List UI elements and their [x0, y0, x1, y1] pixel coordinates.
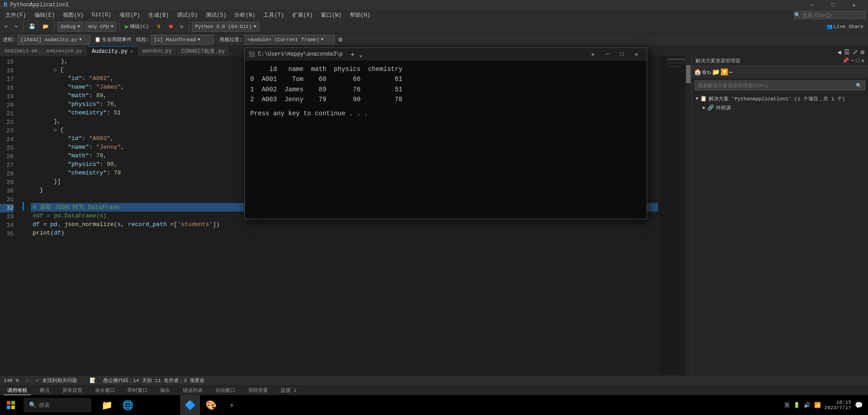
debug-tab-callstack[interactable]: 调用堆栈 [4, 386, 31, 395]
debug-tab-output[interactable]: 输出 [157, 386, 174, 395]
tab-expand-icon[interactable]: ⤢ [853, 48, 858, 56]
close-button[interactable]: ✕ [844, 0, 864, 10]
debug-tab-errors[interactable]: 错误列表 [179, 386, 206, 395]
tab-menu-icon[interactable]: ☰ [844, 48, 850, 56]
tab-connect[interactable]: CONNECT检查.py [177, 46, 230, 56]
right-panel-minimize-icon[interactable]: — [851, 57, 854, 64]
browser-icon: 🌐 [122, 400, 134, 411]
taskbar-app-devtools[interactable]: 🎨 [201, 395, 221, 415]
external-label: 外部源 [716, 104, 731, 111]
terminal-header-row: id name math physics chemistry [250, 64, 641, 74]
restart-button[interactable]: ↻ [178, 23, 186, 30]
redo-button[interactable]: ↪ [12, 23, 21, 30]
solution-refresh-icon[interactable]: ↻ [707, 68, 711, 76]
taskbar-app-terminal[interactable]: ⚡ [222, 395, 242, 415]
run-button[interactable]: ▶ 继续(C) [122, 22, 151, 31]
debug-tab-breakpoints[interactable]: 断点 [36, 386, 53, 395]
menu-tools[interactable]: 工具(T) [260, 10, 288, 20]
toolbar-right: 👥 Live Share [824, 23, 866, 30]
search-input[interactable] [801, 12, 855, 18]
lifecycle-event-button[interactable]: 📋 生命周期事件 [92, 35, 134, 44]
debug-tab-exceptions[interactable]: 异常设置 [59, 386, 86, 395]
no-issues-label: ✓ 未找到相关问题 [36, 377, 77, 384]
solution-filter-icon[interactable]: 🔽 [720, 68, 728, 76]
python-version-dropdown[interactable]: Python 3.9 (64-bit) ▼ [192, 22, 259, 32]
pause-button[interactable]: ⏸ [153, 23, 164, 30]
tree-solution-root[interactable]: ▼ 📋 解决方案 'PythonApplication1' (1 个项目，共 1… [692, 94, 868, 103]
tab-scroll-left-icon[interactable]: ◀ [837, 48, 841, 56]
location-refresh-icon[interactable]: ⚙ [339, 36, 342, 43]
debug-tab-command[interactable]: 命令窗口 [91, 386, 119, 395]
debug-tab-auto[interactable]: 自动窗口 [212, 386, 239, 395]
process-dropdown[interactable]: [15932] Audacity.py ▼ [18, 35, 90, 45]
tab-file-0[interactable]: 00020813-00...046x0x1x9.py [0, 46, 87, 56]
menu-project[interactable]: 项目(P) [116, 10, 144, 20]
solution-more-icon[interactable]: ⋯ [729, 68, 733, 76]
title-bar-left: R PythonApplication1 [4, 1, 69, 9]
solution-home-icon[interactable]: 🏠 [694, 68, 701, 76]
solution-folder-icon[interactable]: 📁 [712, 68, 720, 76]
debug-tab-immediate[interactable]: 即时窗口 [124, 386, 151, 395]
scrollbar-thumb[interactable] [686, 65, 691, 83]
menu-analyze[interactable]: 分析(N) [231, 10, 259, 20]
menu-extend[interactable]: 扩展(X) [289, 10, 317, 20]
menu-build[interactable]: 生成(B) [145, 10, 173, 20]
tab-bar-right: ◀ ☰ ⤢ ⚙ [834, 48, 868, 56]
editor-scrollbar[interactable] [685, 56, 692, 375]
terminal-new-tab-icon[interactable]: ＋ [349, 50, 356, 59]
cpu-dropdown[interactable]: Any CPU ▼ [85, 22, 117, 32]
location-dropdown[interactable]: <module> (Current frame) ▼ [244, 35, 335, 45]
menu-help[interactable]: 帮助(H) [346, 10, 374, 20]
right-panel-close-icon[interactable]: ✕ [861, 57, 864, 64]
solution-settings-icon[interactable]: ⚙ [702, 68, 706, 76]
terminal-controls: ✕ — □ ✕ [586, 50, 643, 59]
maximize-button[interactable]: □ [823, 0, 844, 10]
pin-icon[interactable]: 📌 [842, 57, 849, 64]
menu-test[interactable]: 测试(S) [202, 10, 230, 20]
tab-settings-icon[interactable]: ⚙ [861, 48, 864, 56]
terminal-close-icon[interactable]: ✕ [586, 50, 600, 59]
git-info: 愚公搬代码，14 天前 11 名作者，3 项更改 [103, 377, 205, 384]
taskbar-app-vs[interactable]: 🔷 [180, 395, 200, 415]
taskbar-clock[interactable]: 16:15 2023/7/17 [825, 400, 851, 410]
menu-git[interactable]: Git(G) [88, 11, 115, 19]
menu-debug[interactable]: 调试(D) [173, 10, 201, 20]
right-panel-expand-icon[interactable]: □ [856, 57, 859, 64]
start-button[interactable] [0, 395, 22, 415]
taskbar: 🔍 搜索 📁 🌐 🛍 ✉ 🔷 🎨 ⚡ 英 🔋 🔊 📶 16:15 [0, 395, 868, 415]
debug-tab-watch[interactable]: 监视 1 [277, 386, 300, 395]
live-share-button[interactable]: 👥 Live Share [824, 23, 866, 30]
thread-dropdown[interactable]: [1] MainThread ▼ [151, 35, 214, 45]
undo-button[interactable]: ↩ [2, 23, 10, 30]
taskbar-app-store[interactable]: 🛍 [138, 395, 158, 415]
taskbar-app-browser[interactable]: 🌐 [118, 395, 138, 415]
taskbar-app-files[interactable]: 📁 [97, 395, 117, 415]
search-box-menu[interactable]: 🔍 [794, 11, 866, 19]
terminal-more-icon[interactable]: ⌄ [359, 51, 362, 58]
terminal-window-close-icon[interactable]: ✕ [630, 50, 643, 59]
taskbar-search-box[interactable]: 🔍 搜索 [24, 398, 91, 412]
taskbar-app-mail[interactable]: ✉ [159, 395, 179, 415]
stop-icon: ⏹ [168, 24, 173, 29]
menu-edit[interactable]: 编辑(E) [31, 10, 59, 20]
tree-external-sources[interactable]: ▶ 🔗 外部源 [692, 103, 868, 112]
tab-wandou[interactable]: wandou.py [138, 46, 177, 56]
vs-icon: 🔷 [185, 400, 196, 411]
debug-mode-dropdown[interactable]: Debug ▼ [57, 22, 83, 32]
open-button[interactable]: 📂 [40, 23, 52, 30]
notification-icon[interactable]: 💬 [855, 401, 863, 409]
save-button[interactable]: 💾 [26, 23, 38, 30]
terminal-maximize-icon[interactable]: □ [615, 50, 629, 59]
menu-file[interactable]: 文件(F) [2, 10, 30, 20]
tab-close-audacity[interactable]: ✕ [130, 49, 133, 54]
cpu-chevron-icon: ▼ [111, 24, 113, 29]
terminal-minimize-icon[interactable]: — [601, 50, 614, 59]
debug-tab-locals[interactable]: 局部变量 [244, 386, 272, 395]
menu-view[interactable]: 视图(V) [59, 10, 87, 20]
title-bar-title: PythonApplication1 [10, 2, 69, 8]
search-solution-input[interactable] [698, 83, 856, 88]
tab-audacity[interactable]: Audacity.py ✕ [87, 46, 138, 56]
minimize-button[interactable]: — [802, 0, 823, 10]
menu-window[interactable]: 窗口(W) [317, 10, 345, 20]
stop-button[interactable]: ⏹ [166, 23, 176, 30]
